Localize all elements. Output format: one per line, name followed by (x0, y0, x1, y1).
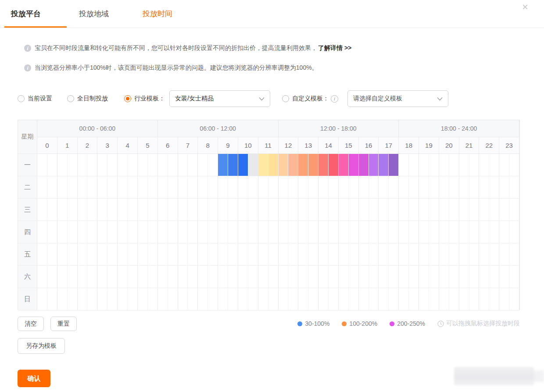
schedule-cell[interactable] (238, 243, 248, 266)
schedule-cell[interactable] (68, 221, 78, 243)
schedule-cell[interactable] (449, 176, 459, 199)
radio-current-settings[interactable] (18, 95, 25, 102)
schedule-cell[interactable] (168, 154, 178, 176)
option-current-settings[interactable]: 当前设置 (18, 90, 52, 107)
schedule-cell[interactable] (168, 288, 178, 310)
schedule-cell[interactable] (178, 243, 188, 266)
schedule-cell[interactable] (248, 199, 258, 221)
schedule-cell[interactable] (489, 288, 499, 310)
schedule-cell[interactable] (359, 288, 369, 310)
schedule-cell[interactable] (158, 176, 168, 199)
schedule-cell[interactable] (57, 243, 68, 266)
close-icon[interactable]: × (522, 2, 528, 12)
schedule-cell[interactable] (419, 176, 429, 199)
schedule-cell[interactable] (218, 154, 228, 176)
schedule-cell[interactable] (469, 176, 480, 199)
schedule-cell[interactable] (37, 243, 47, 266)
schedule-cell[interactable] (429, 288, 439, 310)
schedule-cell[interactable] (319, 243, 329, 266)
schedule-cell[interactable] (319, 199, 329, 221)
schedule-cell[interactable] (329, 221, 339, 243)
schedule-cell[interactable] (479, 266, 489, 288)
schedule-cell[interactable] (479, 199, 489, 221)
schedule-cell[interactable] (268, 154, 279, 176)
schedule-cell[interactable] (479, 243, 489, 266)
schedule-cell[interactable] (379, 288, 389, 310)
schedule-cell[interactable] (349, 243, 359, 266)
schedule-cell[interactable] (78, 199, 88, 221)
schedule-cell[interactable] (118, 288, 128, 310)
schedule-cell[interactable] (298, 266, 308, 288)
schedule-cell[interactable] (118, 154, 128, 176)
schedule-cell[interactable] (439, 154, 449, 176)
schedule-cell[interactable] (499, 221, 509, 243)
schedule-cell[interactable] (138, 243, 148, 266)
schedule-cell[interactable] (238, 221, 248, 243)
schedule-cell[interactable] (148, 243, 158, 266)
schedule-cell[interactable] (279, 154, 289, 176)
schedule-cell[interactable] (68, 243, 78, 266)
schedule-cell[interactable] (288, 154, 298, 176)
schedule-cell[interactable] (238, 154, 248, 176)
schedule-cell[interactable] (228, 154, 238, 176)
schedule-cell[interactable] (409, 199, 419, 221)
schedule-cell[interactable] (399, 154, 409, 176)
schedule-cell[interactable] (218, 288, 228, 310)
schedule-cell[interactable] (349, 288, 359, 310)
tab-time[interactable]: 投放时间 (143, 9, 172, 19)
schedule-cell[interactable] (37, 154, 47, 176)
schedule-cell[interactable] (47, 243, 57, 266)
schedule-cell[interactable] (339, 288, 349, 310)
schedule-cell[interactable] (439, 221, 449, 243)
schedule-cell[interactable] (68, 154, 78, 176)
schedule-cell[interactable] (298, 243, 308, 266)
industry-template-select[interactable]: 女装/女士精品 (169, 90, 270, 107)
schedule-cell[interactable] (449, 288, 459, 310)
schedule-cell[interactable] (47, 199, 57, 221)
schedule-cell[interactable] (268, 243, 279, 266)
schedule-cell[interactable] (248, 221, 258, 243)
schedule-cell[interactable] (339, 176, 349, 199)
schedule-cell[interactable] (319, 154, 329, 176)
schedule-cell[interactable] (459, 221, 469, 243)
schedule-cell[interactable] (298, 199, 308, 221)
schedule-cell[interactable] (359, 199, 369, 221)
radio-custom-template[interactable] (282, 95, 289, 102)
schedule-cell[interactable] (349, 176, 359, 199)
schedule-cell[interactable] (128, 266, 138, 288)
schedule-cell[interactable] (288, 221, 298, 243)
schedule-cell[interactable] (389, 266, 399, 288)
schedule-cell[interactable] (208, 221, 218, 243)
schedule-cell[interactable] (298, 154, 308, 176)
schedule-cell[interactable] (128, 221, 138, 243)
schedule-cell[interactable] (78, 266, 88, 288)
save-as-template-button[interactable]: 另存为模板 (18, 338, 65, 354)
schedule-cell[interactable] (128, 199, 138, 221)
schedule-cell[interactable] (158, 221, 168, 243)
schedule-cell[interactable] (288, 199, 298, 221)
schedule-cell[interactable] (379, 199, 389, 221)
schedule-cell[interactable] (47, 154, 57, 176)
schedule-cell[interactable] (379, 176, 389, 199)
schedule-cell[interactable] (258, 176, 268, 199)
schedule-cell[interactable] (87, 266, 97, 288)
schedule-cell[interactable] (389, 243, 399, 266)
schedule-cell[interactable] (379, 243, 389, 266)
schedule-cell[interactable] (308, 154, 319, 176)
schedule-cell[interactable] (429, 266, 439, 288)
schedule-cell[interactable] (469, 243, 480, 266)
schedule-cell[interactable] (359, 154, 369, 176)
schedule-cell[interactable] (349, 199, 359, 221)
schedule-cell[interactable] (279, 199, 289, 221)
schedule-cell[interactable] (87, 199, 97, 221)
schedule-cell[interactable] (268, 221, 279, 243)
schedule-cell[interactable] (329, 243, 339, 266)
schedule-cell[interactable] (248, 266, 258, 288)
schedule-cell[interactable] (499, 288, 509, 310)
schedule-cell[interactable] (228, 266, 238, 288)
reset-button[interactable]: 重置 (50, 317, 77, 331)
schedule-cell[interactable] (499, 199, 509, 221)
schedule-cell[interactable] (218, 243, 228, 266)
schedule-cell[interactable] (57, 288, 68, 310)
schedule-cell[interactable] (298, 176, 308, 199)
